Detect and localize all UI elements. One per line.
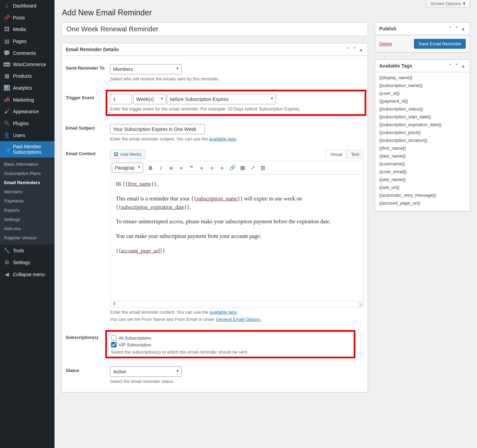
- trigger-unit-select[interactable]: Week(s): [133, 94, 166, 104]
- screen-options-button[interactable]: Screen Options ▼: [427, 0, 470, 8]
- sidebar-collapse[interactable]: ◀Collapse menu: [0, 268, 55, 280]
- title-input[interactable]: [61, 22, 368, 36]
- email-reminder-details-box: Email Reminder Details ˄ ˅ ▴ Send Remind…: [61, 43, 368, 392]
- tag-item[interactable]: {{username}}: [379, 160, 466, 168]
- move-down-icon[interactable]: ˅: [454, 63, 459, 69]
- delete-link[interactable]: Delete: [379, 41, 392, 46]
- sidebar-item-comments[interactable]: 💬Comments: [0, 47, 55, 59]
- sidebar-item-appearance[interactable]: 🖌Appearance: [0, 106, 55, 117]
- sidebar-sub-email-reminders[interactable]: Email Reminders: [0, 178, 55, 187]
- tag-item[interactable]: {{site_name}}: [379, 176, 466, 183]
- sidebar-sub-payments[interactable]: Payments: [0, 196, 55, 206]
- move-down-icon[interactable]: ˅: [352, 47, 357, 52]
- link-button[interactable]: 🔗: [228, 163, 237, 173]
- details-header[interactable]: Email Reminder Details ˄ ˅ ▴: [62, 43, 368, 56]
- move-down-icon[interactable]: ˅: [454, 26, 459, 31]
- move-up-icon[interactable]: ˄: [345, 47, 351, 52]
- sidebar-sub-addons[interactable]: Add-ons: [0, 224, 55, 233]
- tag-item[interactable]: {{subscription_name}}: [379, 81, 466, 89]
- toggle-icon[interactable]: ▴: [461, 63, 466, 69]
- sidebar-item-products[interactable]: ▦Products: [0, 70, 55, 82]
- tag-item[interactable]: {{display_name}}: [379, 74, 466, 81]
- sidebar-item-tools[interactable]: 🔧Tools: [0, 244, 55, 256]
- tag-item[interactable]: {{account_page_url}}: [379, 199, 466, 207]
- align-right-button[interactable]: ≡: [217, 163, 227, 173]
- bold-button[interactable]: B: [146, 163, 155, 173]
- toggle-icon[interactable]: ▴: [358, 47, 364, 52]
- tag-item[interactable]: {{site_url}}: [379, 183, 466, 191]
- marketing-icon: 📣: [3, 96, 10, 103]
- tools-icon: 🔧: [3, 247, 10, 254]
- tab-text[interactable]: Text: [347, 150, 364, 159]
- sidebar-submenu: Basic Information Subscription Plans Ema…: [0, 158, 55, 244]
- sidebar-item-plugins[interactable]: 🔌Plugins: [0, 117, 55, 129]
- sidebar-item-marketing[interactable]: 📣Marketing: [0, 94, 55, 106]
- number-list-button[interactable]: ≡: [176, 163, 186, 173]
- dashboard-icon: ⌂: [3, 3, 10, 9]
- sidebar-sub-register-version[interactable]: Register Version: [0, 233, 55, 242]
- align-center-button[interactable]: ≡: [207, 163, 217, 173]
- tag-item[interactable]: {{subscription_expiration_date}}: [379, 121, 466, 129]
- move-up-icon[interactable]: ˄: [448, 63, 453, 69]
- status-help: Select the email reminder status.: [110, 379, 364, 384]
- move-up-icon[interactable]: ˄: [448, 26, 453, 31]
- trigger-when-select[interactable]: before Subscription Expires: [167, 94, 276, 104]
- tab-visual[interactable]: Visual: [326, 150, 347, 159]
- sidebar-sub-members[interactable]: Members: [0, 187, 55, 196]
- tag-item[interactable]: {{subscription_price}}: [379, 129, 466, 136]
- toolbar-toggle-button[interactable]: ▥: [258, 163, 268, 173]
- content-label: Email Content: [66, 150, 110, 156]
- sidebar-item-posts[interactable]: 📌Posts: [0, 12, 55, 24]
- tag-item[interactable]: {{last_name}}: [379, 152, 466, 160]
- general-email-link[interactable]: General Email Options: [216, 317, 261, 322]
- sidebar-sub-basic-information[interactable]: Basic Information: [0, 160, 55, 169]
- tag-item[interactable]: {{subscription_status}}: [379, 105, 466, 113]
- tag-item[interactable]: {{automatic_retry_message}}: [379, 191, 466, 199]
- save-button[interactable]: Save Email Reminder: [414, 39, 466, 49]
- align-left-button[interactable]: ≡: [197, 163, 206, 173]
- all-subscriptions-checkbox[interactable]: [111, 335, 117, 341]
- subject-input[interactable]: [110, 124, 205, 134]
- fullscreen-button[interactable]: ⤢: [248, 163, 258, 173]
- publish-header[interactable]: Publish ˄ ˅ ▴: [375, 23, 470, 35]
- add-media-button[interactable]: 🖼Add Media: [110, 150, 145, 159]
- sidebar-sub-settings[interactable]: Settings: [0, 215, 55, 224]
- vip-subscription-checkbox[interactable]: [111, 342, 117, 347]
- bullet-list-button[interactable]: ≣: [166, 163, 176, 173]
- editor-body[interactable]: Hi {{first_name}}, This email is a remin…: [110, 175, 363, 301]
- settings-icon: ⚙: [3, 259, 10, 266]
- sidebar-item-analytics[interactable]: 📊Analytics: [0, 82, 55, 94]
- tag-item[interactable]: {{subscription_duration}}: [379, 136, 466, 144]
- sidebar-item-woocommerce[interactable]: wooWooCommerce: [0, 59, 55, 70]
- content-help-1: Enter the email reminder content. You ca…: [110, 310, 364, 315]
- trigger-number-input[interactable]: [110, 94, 132, 104]
- tag-item[interactable]: {{payment_id}}: [379, 97, 466, 105]
- tag-item[interactable]: {{user_id}}: [379, 89, 466, 97]
- plugins-icon: 🔌: [3, 120, 10, 126]
- tags-title: Available Tags: [379, 63, 412, 69]
- tag-item[interactable]: {{user_email}}: [379, 168, 466, 176]
- format-select[interactable]: Paragraph: [112, 163, 143, 173]
- sidebar-item-settings[interactable]: ⚙Settings: [0, 256, 55, 268]
- status-label: Status: [66, 367, 110, 373]
- sidebar-sub-reports[interactable]: Reports: [0, 206, 55, 215]
- tag-item[interactable]: {{first_name}}: [379, 144, 466, 152]
- italic-button[interactable]: I: [156, 163, 166, 173]
- status-select[interactable]: Active: [110, 367, 182, 377]
- content-tags-link[interactable]: available tags: [210, 310, 237, 315]
- sidebar-item-pages[interactable]: ▤Pages: [0, 35, 55, 47]
- send-to-help: Select who will receive the emails sent …: [110, 76, 364, 81]
- quote-button[interactable]: ❝: [187, 163, 196, 173]
- page-title: Add New Email Reminder: [62, 8, 470, 17]
- send-to-select[interactable]: Members: [110, 64, 182, 74]
- more-button[interactable]: ▦: [238, 163, 247, 173]
- toggle-icon[interactable]: ▴: [461, 26, 466, 31]
- tag-item[interactable]: {{subscription_start_date}}: [379, 113, 466, 121]
- sidebar-item-paid-member-subscriptions[interactable]: 👥Paid Member Subscriptions: [0, 141, 55, 158]
- subject-tags-link[interactable]: available tags: [209, 136, 236, 141]
- tags-header[interactable]: Available Tags ˄ ˅ ▴: [375, 60, 470, 72]
- sidebar-item-users[interactable]: 👤Users: [0, 129, 55, 141]
- sidebar-item-dashboard[interactable]: ⌂Dashboard: [0, 0, 55, 12]
- sidebar-item-media[interactable]: 🖼Media: [0, 24, 55, 35]
- sidebar-sub-subscription-plans[interactable]: Subscription Plans: [0, 169, 55, 178]
